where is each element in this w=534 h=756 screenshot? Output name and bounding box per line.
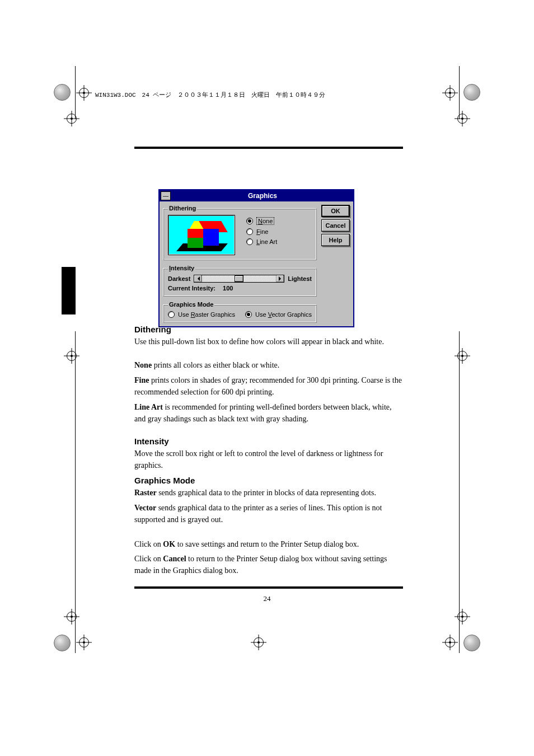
intensity-lightest-label: Lightest <box>288 275 312 282</box>
list-item: Line Art is recommended for printing wel… <box>134 401 403 425</box>
dither-fine-radio[interactable]: Fine <box>246 228 277 235</box>
graphics-mode-list: Raster sends graphical data to the print… <box>134 487 403 525</box>
help-button[interactable]: Help <box>321 234 350 246</box>
list-item: None prints all colors as either black o… <box>134 359 403 371</box>
intensity-group: Intensity Darkest Lightest Current Intes… <box>163 265 317 297</box>
frame-line <box>75 331 76 653</box>
corner-ornament <box>54 635 71 651</box>
dialog-title: Graphics <box>172 192 353 200</box>
graphics-mode-legend: Graphics Mode <box>168 301 214 308</box>
list-item: Fine prints colors in shades of gray; re… <box>134 374 403 398</box>
scroll-left-button[interactable] <box>194 275 202 282</box>
list-item: Vector sends graphical data to the print… <box>134 502 403 525</box>
dithering-group: Dithering None <box>163 205 317 260</box>
raster-radio[interactable]: Use Raster Graphics <box>168 311 235 318</box>
graphics-mode-group: Graphics Mode Use Raster Graphics Use Ve… <box>163 301 317 323</box>
intensity-darkest-label: Darkest <box>168 275 190 282</box>
raster-label: aster Graphics <box>195 311 236 318</box>
section-heading-intensity: Intensity <box>134 435 403 448</box>
vector-desc: sends graphical data to the printer as a… <box>134 504 382 524</box>
intensity-description: Move the scroll box right or left to con… <box>134 448 403 471</box>
dither-none-desc: prints all colors as either black or whi… <box>154 361 280 369</box>
dither-lineart-desc: is recommended for printing well-defined… <box>134 403 392 423</box>
section-rule <box>134 586 403 589</box>
ok-button[interactable]: OK <box>321 205 350 217</box>
registration-mark <box>76 635 92 650</box>
dithering-legend: Dithering <box>168 205 197 212</box>
section-heading-graphics-mode: Graphics Mode <box>134 475 403 487</box>
registration-mark <box>442 635 458 650</box>
radio-icon <box>245 311 252 318</box>
dither-none-label: one <box>263 218 273 224</box>
dithering-preview <box>168 215 235 255</box>
vector-label: ector Graphics <box>271 311 312 318</box>
page-number: 24 <box>0 594 534 603</box>
corner-ornament <box>463 635 480 651</box>
dither-fine-label: ine <box>260 228 269 235</box>
radio-icon <box>246 228 253 235</box>
registration-mark <box>76 85 92 101</box>
vector-radio[interactable]: Use Vector Graphics <box>245 311 312 318</box>
graphics-dialog: Graphics Dithering <box>158 189 354 327</box>
doc-header-line: WIN31W3.DOC 24 ページ ２００３年１１月１８日 火曜日 午前１０時… <box>95 91 325 99</box>
registration-mark <box>64 348 79 364</box>
cancel-description: Click on Cancel to return to the Printer… <box>134 553 403 576</box>
section-heading-dithering: Dithering <box>134 323 403 336</box>
scroll-track[interactable] <box>202 275 276 282</box>
list-item: Raster sends graphical data to the print… <box>134 487 403 499</box>
corner-ornament <box>463 84 480 101</box>
chapter-tab <box>62 267 76 314</box>
dither-none-radio[interactable]: None <box>246 217 277 225</box>
dither-lineart-label: ine Art <box>260 238 277 245</box>
scroll-right-button[interactable] <box>276 275 284 282</box>
registration-mark <box>455 609 470 624</box>
registration-mark <box>442 85 458 101</box>
dithering-options-list: None prints all colors as either black o… <box>134 359 403 425</box>
intensity-legend: ntensity <box>171 265 194 271</box>
scroll-thumb[interactable] <box>235 275 243 282</box>
raster-desc: sends graphical data to the printer in b… <box>158 489 376 497</box>
dither-fine-desc: prints colors in shades of gray; recomme… <box>134 376 402 396</box>
cancel-button[interactable]: Cancel <box>321 219 350 232</box>
system-menu-icon[interactable] <box>161 191 171 200</box>
ok-description: Click on OK to save settings and return … <box>134 538 403 550</box>
dithering-description: Use this pull-down list box to define ho… <box>134 336 403 348</box>
registration-mark <box>64 111 79 126</box>
radio-icon <box>246 218 253 224</box>
current-intensity-label: Current Intesity: <box>168 285 216 292</box>
intensity-scrollbar[interactable] <box>194 275 284 283</box>
current-intensity-value: 100 <box>223 285 233 292</box>
frame-line <box>459 331 460 653</box>
titlebar[interactable]: Graphics <box>160 190 353 201</box>
section-rule <box>134 147 403 149</box>
registration-mark <box>455 348 470 364</box>
registration-mark <box>64 609 79 624</box>
radio-icon <box>168 311 175 318</box>
dither-lineart-radio[interactable]: Line Art <box>246 238 277 245</box>
radio-icon <box>246 238 253 245</box>
registration-mark <box>455 111 470 126</box>
corner-ornament <box>54 84 71 101</box>
registration-mark <box>251 635 266 650</box>
